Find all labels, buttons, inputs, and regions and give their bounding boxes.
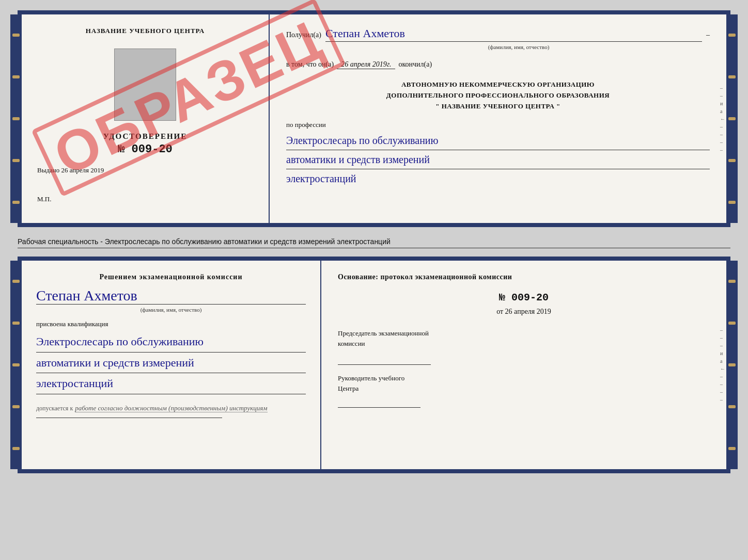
- spine-notch: [12, 201, 20, 204]
- specialty-text: Рабочая специальность - Электрослесарь п…: [18, 235, 730, 248]
- spine-notch: [728, 75, 736, 78]
- poluchil-name: Степан Ахметов: [325, 27, 702, 42]
- spine-notch: [728, 405, 736, 408]
- vtom-date: 26 апреля 2019г.: [337, 60, 395, 69]
- rukovoditel-label: Руководитель учебного Центра: [338, 373, 710, 393]
- spine-right: [726, 14, 738, 223]
- spine-notch: [12, 75, 20, 78]
- okonfil: окончил(а): [398, 60, 432, 69]
- spine-notch: [728, 159, 736, 162]
- photo-placeholder: [114, 49, 176, 121]
- spine-notch: [12, 447, 20, 450]
- resheniem-title: Решением экзаменационной комиссии: [36, 273, 306, 281]
- spine-notch: [12, 405, 20, 408]
- spine-notch: [728, 363, 736, 366]
- professia-label: по профессии: [286, 121, 710, 129]
- protocol-number: № 009-20: [338, 292, 710, 303]
- spine-notch: [12, 363, 20, 366]
- spine-left: [10, 14, 22, 223]
- avt-line3: " НАЗВАНИЕ УЧЕБНОГО ЦЕНТРА ": [286, 101, 710, 112]
- professia-line3: электростанций: [286, 169, 710, 188]
- poluchil-row: Получил(а) Степан Ахметов –: [286, 27, 710, 42]
- mp-line: М.П.: [32, 195, 51, 203]
- vtom-prefix: в том, что он(а): [286, 60, 334, 69]
- spine-notch: [728, 447, 736, 450]
- right-side-labels: – – и а ← – – – –: [720, 14, 725, 223]
- kval-line3: электростанций: [36, 373, 306, 394]
- udost-title: УДОСТОВЕРЕНИЕ: [103, 132, 188, 141]
- osnovanie-title: Основание: протокол экзаменационной коми…: [338, 273, 710, 281]
- spine-notch: [12, 280, 20, 283]
- dopuskaetsya-value: работе согласно должностным (производств…: [75, 404, 267, 412]
- predsedatel-signature-line: [338, 353, 431, 365]
- avt-block: АВТОНОМНУЮ НЕКОММЕРЧЕСКУЮ ОРГАНИЗАЦИЮ ДО…: [286, 79, 710, 111]
- cert-top-left: НАЗВАНИЕ УЧЕБНОГО ЦЕНТРА ОБРАЗЕЦ УДОСТОВ…: [22, 14, 270, 223]
- spine-notch: [12, 34, 20, 37]
- udost-number: № 009-20: [118, 143, 173, 156]
- certificate-top: НАЗВАНИЕ УЧЕБНОГО ЦЕНТРА ОБРАЗЕЦ УДОСТОВ…: [18, 10, 730, 227]
- poluchil-label: Получил(а): [286, 31, 321, 39]
- dopuskaetsya-label: допускается к: [36, 405, 73, 412]
- cert-bottom-left: Решением экзаменационной комиссии Степан…: [22, 261, 321, 469]
- bottom-line: [36, 416, 222, 418]
- spine-notch: [12, 322, 20, 325]
- spine-notch: [12, 159, 20, 162]
- rukovoditel-signature-line: [338, 397, 420, 408]
- prisvoena-label: присвоена квалификация: [36, 320, 306, 328]
- kval-line1: Электрослесарь по обслуживанию: [36, 331, 306, 353]
- spine-notch: [12, 117, 20, 120]
- fio-label-top: (фамилия, имя, отчество): [328, 44, 710, 50]
- vtom-row: в том, что он(а) 26 апреля 2019г. окончи…: [286, 60, 710, 69]
- kval-line2: автоматики и средств измерений: [36, 353, 306, 374]
- spine-notch: [728, 201, 736, 204]
- avt-line2: ДОПОЛНИТЕЛЬНОГО ПРОФЕССИОНАЛЬНОГО ОБРАЗО…: [286, 90, 710, 101]
- stepan-name-big: Степан Ахметов: [36, 287, 306, 305]
- spine-left-bottom: [10, 261, 22, 469]
- vydano-line: Выдано 26 апреля 2019: [32, 166, 104, 174]
- right-side-labels-bottom: – – – и а ← – – – –: [720, 261, 725, 469]
- dash: –: [706, 31, 710, 39]
- spine-notch: [728, 280, 736, 283]
- professia-line1: Электрослесарь по обслуживанию: [286, 131, 710, 150]
- protocol-date: от 26 апреля 2019: [338, 308, 710, 316]
- certificate-bottom: Решением экзаменационной комиссии Степан…: [18, 257, 730, 473]
- cert-top-right: Получил(а) Степан Ахметов – (фамилия, им…: [270, 14, 726, 223]
- dopuskaetsya-row: допускается к работе согласно должностны…: [36, 403, 306, 414]
- spine-right-bottom: [726, 261, 738, 469]
- professia-line2: автоматики и средств измерений: [286, 150, 710, 169]
- avt-line1: АВТОНОМНУЮ НЕКОММЕРЧЕСКУЮ ОРГАНИЗАЦИЮ: [286, 79, 710, 90]
- predsedatel-label: Председатель экзаменационной комиссии: [338, 328, 710, 348]
- spine-notch: [728, 117, 736, 120]
- cert-bottom-right: Основание: протокол экзаменационной коми…: [321, 261, 726, 469]
- spine-notch: [728, 322, 736, 325]
- fio-label-bottom: (фамилия, имя, отчество): [36, 307, 306, 313]
- spine-notch: [728, 34, 736, 37]
- center-title: НАЗВАНИЕ УЧЕБНОГО ЦЕНТРА: [86, 27, 205, 35]
